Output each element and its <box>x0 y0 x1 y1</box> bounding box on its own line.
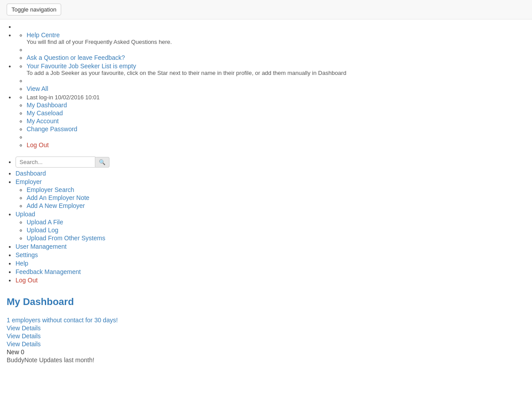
logout-top-link[interactable]: Log Out <box>27 141 49 149</box>
buddynote-text: BuddyNote Updates last month! <box>7 356 94 364</box>
logout-main-link[interactable]: Log Out <box>16 277 38 284</box>
help-centre-link[interactable]: Help Centre <box>27 31 60 39</box>
main-nav-list: 🔍 Dashboard Employer Employer Search Add… <box>7 156 525 284</box>
main-nav-dashboard-item: Dashboard <box>16 170 525 177</box>
my-caseload-link[interactable]: My Caseload <box>27 110 63 117</box>
main-nav-employer-item: Employer Employer Search Add An Employer… <box>16 178 525 209</box>
ask-question-link[interactable]: Ask a Question or leave Feedback? <box>27 54 125 61</box>
search-container: 🔍 <box>16 156 110 168</box>
my-account-link[interactable]: My Account <box>27 117 59 125</box>
employer-sub-list: Employer Search Add An Employer Note Add… <box>16 186 525 209</box>
main-nav-logout-item: Log Out <box>16 277 525 284</box>
view-details-link-1[interactable]: View Details <box>7 325 525 332</box>
account-sub-list: Last log-in 10/02/2016 10:01 My Dashboar… <box>16 94 525 149</box>
settings-link[interactable]: Settings <box>16 251 38 258</box>
ask-question-item: Ask a Question or leave Feedback? <box>27 54 525 61</box>
main-nav-user-mgmt-item: User Management <box>16 243 525 250</box>
user-management-link[interactable]: User Management <box>16 243 66 250</box>
my-caseload-item: My Caseload <box>27 110 525 117</box>
divider-1 <box>27 46 525 53</box>
upload-sub-list: Upload A File Upload Log Upload From Oth… <box>16 219 525 242</box>
top-nav-item-help: Help Centre You will find all of your Fr… <box>16 31 525 61</box>
favourites-sub-list: Your Favourite Job Seeker List is empty … <box>16 63 525 92</box>
navbar: Toggle navigation <box>0 0 532 20</box>
top-nav-item-1 <box>16 23 525 30</box>
top-nav-item-account: Last log-in 10/02/2016 10:01 My Dashboar… <box>16 94 525 149</box>
top-nav-list: Help Centre You will find all of your Fr… <box>7 23 525 149</box>
employer-search-link[interactable]: Employer Search <box>27 186 74 193</box>
top-navigation: Help Centre You will find all of your Fr… <box>0 20 532 152</box>
new-count-text: New 0 <box>7 348 525 356</box>
logout-top-item: Log Out <box>27 141 525 149</box>
view-details-link-3[interactable]: View Details <box>7 340 525 348</box>
add-employer-note-link[interactable]: Add An Employer Note <box>27 194 90 201</box>
main-nav-help-item: Help <box>16 260 525 267</box>
main-content: My Dashboard 1 employers without contact… <box>0 287 532 372</box>
upload-link[interactable]: Upload <box>16 211 35 218</box>
last-login-text: Last log-in 10/02/2016 10:01 <box>27 94 100 101</box>
search-input[interactable] <box>16 156 95 168</box>
favourites-desc: To add a Job Seeker as your favourite, c… <box>27 70 525 76</box>
favourites-item: Your Favourite Job Seeker List is empty … <box>27 63 525 76</box>
employer-link[interactable]: Employer <box>16 178 42 185</box>
view-all-link[interactable]: View All <box>27 85 48 92</box>
add-new-employer-item: Add A New Employer <box>27 202 525 209</box>
upload-log-item: Upload Log <box>27 227 525 234</box>
help-sub-list: Help Centre You will find all of your Fr… <box>16 31 525 61</box>
upload-file-link[interactable]: Upload A File <box>27 219 63 226</box>
view-all-item: View All <box>27 85 525 92</box>
divider-2 <box>27 77 525 84</box>
dashboard-link[interactable]: Dashboard <box>16 170 46 177</box>
employer-search-item: Employer Search <box>27 186 525 193</box>
upload-file-item: Upload A File <box>27 219 525 226</box>
toggle-navigation-button[interactable]: Toggle navigation <box>7 4 61 16</box>
main-nav-upload-item: Upload Upload A File Upload Log Upload F… <box>16 211 525 242</box>
change-password-link[interactable]: Change Password <box>27 125 77 133</box>
last-login-item: Last log-in 10/02/2016 10:01 <box>27 94 525 101</box>
favourites-link[interactable]: Your Favourite Job Seeker List is empty <box>27 63 136 70</box>
divider-3 <box>27 133 525 141</box>
upload-other-systems-link[interactable]: Upload From Other Systems <box>27 235 105 242</box>
my-dashboard-top-link[interactable]: My Dashboard <box>27 102 67 109</box>
main-nav-feedback-item: Feedback Management <box>16 268 525 275</box>
help-centre-item: Help Centre You will find all of your Fr… <box>27 31 525 45</box>
page-title: My Dashboard <box>7 296 525 308</box>
top-nav-item-favourites: Your Favourite Job Seeker List is empty … <box>16 63 525 92</box>
feedback-management-link[interactable]: Feedback Management <box>16 268 81 275</box>
view-details-link-2[interactable]: View Details <box>7 332 525 340</box>
my-dashboard-top-item: My Dashboard <box>27 102 525 109</box>
main-nav-settings-item: Settings <box>16 251 525 258</box>
add-new-employer-link[interactable]: Add A New Employer <box>27 202 85 209</box>
upload-log-link[interactable]: Upload Log <box>27 227 59 234</box>
search-button[interactable]: 🔍 <box>95 157 110 168</box>
search-item: 🔍 <box>16 156 525 168</box>
upload-other-systems-item: Upload From Other Systems <box>27 235 525 242</box>
add-employer-note-item: Add An Employer Note <box>27 194 525 201</box>
change-password-item: Change Password <box>27 125 525 133</box>
employer-alert-link[interactable]: 1 employers without contact for 30 days! <box>7 317 525 324</box>
main-navigation: 🔍 Dashboard Employer Employer Search Add… <box>0 152 532 287</box>
my-account-item: My Account <box>27 117 525 125</box>
help-link[interactable]: Help <box>16 260 28 267</box>
help-centre-desc: You will find all of your Frequently Ask… <box>27 39 525 45</box>
